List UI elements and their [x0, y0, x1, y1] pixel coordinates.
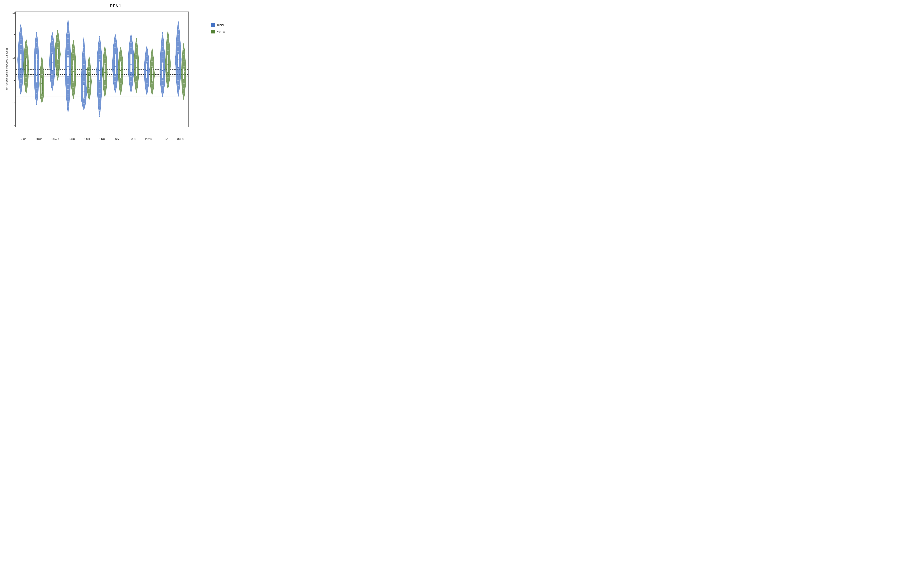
legend-label-tumor: Tumor [216, 23, 224, 27]
chart-title: PFN1 [0, 0, 231, 10]
iqr-box [83, 85, 84, 98]
y-axis-label: mRNA Expression (RNASeq V2, log2) [5, 48, 8, 90]
legend-box-normal [211, 30, 215, 34]
chart-container: PFN1 mRNA Expression (RNASeq V2, log2) 1… [0, 0, 231, 144]
y-tick-15: 15 [13, 34, 15, 37]
iqr-box [183, 68, 184, 80]
iqr-box [136, 59, 137, 76]
y-tick-11: 11 [13, 124, 15, 127]
iqr-box [73, 60, 74, 82]
x-label-hnsc: HNSC [68, 137, 75, 140]
iqr-box [67, 57, 69, 77]
x-label-lusc: LUSC [129, 137, 136, 140]
x-label-ucec: UCEC [177, 137, 184, 140]
iqr-box [115, 54, 116, 74]
x-label-coad: COAD [52, 137, 59, 140]
x-label-kirc: KIRC [99, 137, 105, 140]
iqr-box [178, 54, 179, 67]
legend-item-normal: Normal [211, 30, 225, 34]
iqr-box [20, 54, 22, 68]
y-tick-14: 14 [13, 56, 15, 59]
legend-label-normal: Normal [216, 30, 225, 33]
legend-item-tumor: Tumor [211, 23, 225, 27]
violin-shape [81, 37, 87, 110]
violin-plot-svg [16, 12, 189, 127]
iqr-box [26, 58, 27, 74]
iqr-box [36, 54, 37, 82]
chart-area [15, 11, 189, 127]
x-label-kich: KICH [84, 137, 90, 140]
iqr-box [167, 55, 169, 73]
iqr-box [99, 61, 100, 81]
y-tick-16: 16 [13, 11, 15, 14]
x-label-thca: THCA [161, 137, 168, 140]
y-tick-13: 13 [13, 79, 15, 82]
y-tick-labels: 161514131211 [10, 11, 15, 127]
iqr-box [146, 63, 147, 79]
x-label-brca: BRCA [36, 137, 42, 140]
x-label-prad: PRAD [145, 137, 152, 140]
x-label-blca: BLCA [20, 137, 26, 140]
x-label-luad: LUAD [114, 137, 121, 140]
legend: Tumor Normal [211, 23, 225, 34]
iqr-box [120, 61, 121, 79]
x-axis-labels: BLCABRCACOADHNSCKICHKIRCLUADLUSCPRADTHCA… [15, 137, 189, 140]
y-tick-12: 12 [13, 102, 15, 105]
legend-box-tumor [211, 23, 215, 27]
iqr-box [130, 54, 132, 73]
iqr-box [41, 77, 42, 93]
